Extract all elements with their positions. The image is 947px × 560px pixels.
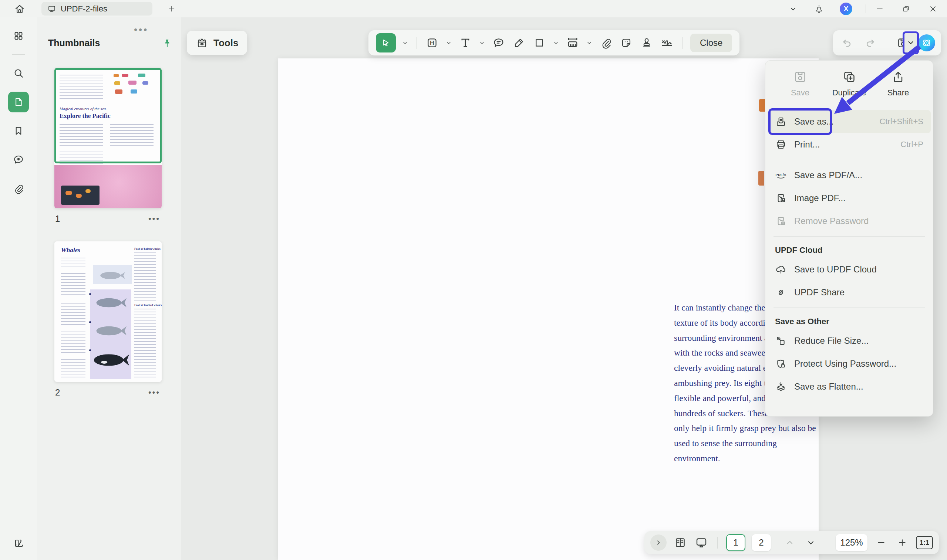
menu-item-image-pdf[interactable]: Image PDF... (768, 187, 931, 209)
save-options-dropdown-button[interactable] (902, 31, 919, 54)
title-bar: UPDF-2-files X (0, 0, 947, 17)
menu-item-print[interactable]: Print... Ctrl+P (768, 133, 931, 156)
tools-button[interactable]: Tools (187, 31, 247, 55)
ai-assistant-button[interactable] (918, 34, 935, 51)
home-button[interactable] (11, 2, 28, 16)
cursor-icon (381, 38, 391, 48)
sticker-tool-button[interactable] (619, 35, 634, 50)
menu-item-save-as-flatten[interactable]: Save as Flatten... (768, 375, 931, 398)
page-button-1[interactable]: 1 (726, 534, 745, 551)
redo-button[interactable] (863, 35, 878, 50)
menu-item-reduce-file-size[interactable]: Reduce File Size... (768, 329, 931, 352)
page-button-2[interactable]: 2 (752, 534, 771, 551)
notifications-button[interactable] (814, 0, 824, 17)
thumbnail-page-2[interactable]: Whales Food of baleen whales Food of too… (54, 242, 162, 382)
stamp-icon (640, 37, 653, 49)
new-tab-button[interactable] (166, 3, 177, 14)
thumb2-options-button[interactable]: ••• (148, 388, 160, 397)
signature-tool-button[interactable] (660, 35, 674, 50)
heading-tool-dropdown[interactable] (445, 35, 452, 50)
text-icon (459, 37, 472, 49)
thumb2-heading1: Food of baleen whales (134, 247, 160, 251)
sidebar-item-menu[interactable] (8, 26, 29, 46)
actual-size-button[interactable]: 1:1 (916, 536, 933, 549)
next-page-button[interactable] (804, 535, 818, 550)
editing-toolbar: H (369, 30, 739, 55)
document-tab[interactable]: UPDF-2-files (42, 2, 153, 15)
shape-tool-dropdown[interactable] (552, 35, 560, 50)
thumb1-options-button[interactable]: ••• (148, 214, 160, 224)
minus-icon (876, 538, 886, 548)
select-tool-dropdown[interactable] (401, 35, 409, 50)
toolbox-icon (196, 37, 208, 49)
heading-tool-button[interactable]: H (425, 35, 440, 50)
panel-drag-handle[interactable]: ••• (134, 24, 148, 35)
bookmark-icon (13, 125, 24, 136)
stamp-tool-button[interactable] (639, 35, 654, 50)
select-tool-button[interactable] (376, 33, 396, 52)
menu-action-label: Save (791, 88, 810, 98)
ruler-icon (566, 36, 579, 49)
presentation-mode-button[interactable] (694, 535, 709, 550)
maximize-button[interactable] (896, 0, 916, 17)
menu-item-shortcut: Ctrl+Shift+S (879, 117, 923, 126)
pdf-unlock-icon (775, 215, 787, 227)
book-spread-icon (674, 536, 686, 549)
previous-page-button[interactable] (782, 535, 797, 550)
thumb2-title: Whales (61, 246, 80, 254)
menu-item-protect-using-password[interactable]: Protect Using Password... (768, 352, 931, 375)
account-button[interactable]: X (840, 0, 852, 17)
minimize-button[interactable] (870, 0, 889, 17)
save-as-icon (775, 116, 787, 128)
close-toolbar-button[interactable]: Close (690, 34, 732, 52)
text-tool-dropdown[interactable] (478, 35, 486, 50)
sidebar-item-appearance[interactable] (8, 533, 29, 553)
thumb1-page-number: 1 (55, 214, 60, 224)
duplicate-icon (842, 69, 857, 84)
speech-bubble-icon (492, 37, 505, 49)
zoom-out-button[interactable] (874, 535, 888, 550)
sidebar-item-bookmarks[interactable] (8, 120, 29, 141)
menu-item-updf-share[interactable]: UPDF Share (768, 281, 931, 304)
menu-action-share[interactable]: Share (876, 69, 920, 106)
undo-button[interactable] (840, 35, 854, 50)
thumb2-heading2: Food of toothed whales (134, 303, 162, 307)
thumbnails-panel: ••• Thumbnails Magical creatures of the … (37, 17, 181, 560)
comment-tool-button[interactable] (491, 35, 506, 50)
reading-mode-button[interactable] (673, 535, 688, 550)
sidebar-item-attachments[interactable] (8, 178, 29, 199)
thumbnail-page-1[interactable]: Magical creatures of the sea. Explore th… (54, 68, 162, 208)
menu-item-label: Save to UPDF Cloud (794, 264, 877, 275)
shape-tool-button[interactable] (532, 35, 547, 50)
sidebar-item-search[interactable] (8, 63, 29, 83)
attachment-tool-button[interactable] (598, 35, 613, 50)
measure-tool-button[interactable] (565, 35, 580, 50)
measure-tool-dropdown[interactable] (586, 35, 593, 50)
menu-item-label: Protect Using Password... (794, 358, 896, 369)
expand-toolbar-button[interactable] (650, 534, 666, 551)
reduce-size-icon (775, 335, 787, 347)
sidebar-item-comments[interactable] (8, 149, 29, 170)
highlighter-tool-button[interactable] (512, 35, 526, 50)
zoom-level-button[interactable]: 125% (836, 534, 867, 551)
paperclip-icon (13, 183, 24, 194)
menu-item-save-as[interactable]: Save as... Ctrl+Shift+S (768, 110, 931, 133)
view-toolbar: 1 2 125% 1:1 (645, 531, 939, 554)
sidebar-divider (12, 54, 25, 55)
close-window-button[interactable] (923, 0, 942, 17)
sidebar-item-thumbnails[interactable] (8, 92, 29, 112)
menu-item-save-as-pdfa[interactable]: PDF/A Save as PDF/A... (768, 164, 931, 187)
text-tool-button[interactable] (458, 35, 473, 50)
save-icon (793, 69, 808, 84)
chevron-down-icon (807, 538, 815, 547)
grid-icon (13, 30, 24, 42)
menu-item-save-to-updf-cloud[interactable]: Save to UPDF Cloud (768, 258, 931, 281)
pin-icon[interactable] (162, 38, 173, 48)
clipped-image-sliver (758, 171, 764, 186)
menu-item-label: Reduce File Size... (794, 335, 868, 346)
menu-action-duplicate[interactable]: Duplicate (827, 69, 871, 106)
collapse-toolbar-button[interactable] (789, 0, 797, 17)
menu-item-label: UPDF Share (794, 287, 845, 298)
titlebar-divider (863, 0, 869, 17)
zoom-in-button[interactable] (895, 535, 910, 550)
